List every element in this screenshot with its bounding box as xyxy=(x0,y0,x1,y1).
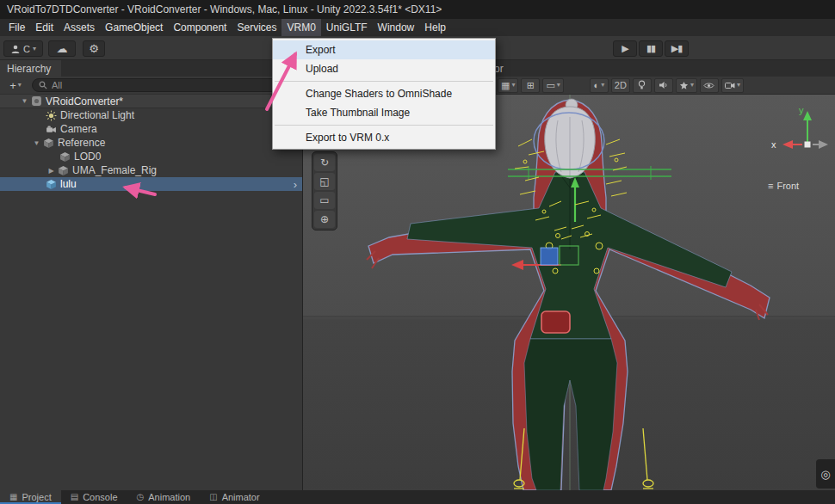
view-orientation-label[interactable]: ≡ Front xyxy=(768,181,835,191)
menu-help[interactable]: Help xyxy=(419,19,451,36)
tree-row-lod0[interactable]: LOD0 xyxy=(0,150,302,163)
hierarchy-tree: ▼ VRoidConverter* Directional Light xyxy=(0,95,302,191)
tab-console[interactable]: ▤ Console xyxy=(61,490,127,504)
chevron-down-icon: ▾ xyxy=(737,82,740,89)
hierarchy-tabbar: Hierarchy xyxy=(0,60,302,77)
scene-camera-button[interactable]: ▾ xyxy=(721,78,744,93)
scene-viewport-render[interactable] xyxy=(303,95,835,490)
hierarchy-toolbar: + ▾ xyxy=(0,77,302,95)
menu-item-export[interactable]: Export xyxy=(273,40,495,59)
tree-label: LOD0 xyxy=(74,151,101,163)
gameobject-cube-icon xyxy=(43,138,54,149)
scene-asset-icon xyxy=(31,95,42,107)
tab-animation[interactable]: ◷ Animation xyxy=(127,490,201,504)
tree-label: Reference xyxy=(58,137,105,149)
scale-tool-button[interactable]: ◱ xyxy=(314,173,335,190)
rect-tool-button[interactable]: ▭ xyxy=(314,192,335,209)
shaded-sphere-icon: ◐ xyxy=(594,80,600,90)
menu-vrm0[interactable]: VRM0 xyxy=(281,19,320,36)
menu-file[interactable]: File xyxy=(3,19,30,36)
y-axis-arrow[interactable] xyxy=(803,111,812,120)
lod-cube-icon xyxy=(59,151,71,163)
orientation-gizmo[interactable]: y x xyxy=(768,100,835,160)
2d-toggle-button[interactable]: 2D xyxy=(611,78,630,93)
tree-row-camera[interactable]: Camera xyxy=(0,122,302,136)
expanded-triangle-icon[interactable]: ▼ xyxy=(19,97,30,105)
effects-toggle-button[interactable]: ▾ xyxy=(676,78,697,93)
grid-visibility-button[interactable]: ▦ ▾ xyxy=(498,78,518,93)
lighting-toggle-button[interactable] xyxy=(633,78,652,93)
audio-toggle-button[interactable] xyxy=(654,78,673,93)
rotate-icon: ↻ xyxy=(320,157,329,169)
menu-edit[interactable]: Edit xyxy=(30,19,59,36)
transform-icon: ⊕ xyxy=(320,213,329,225)
menu-component[interactable]: Component xyxy=(168,19,232,36)
tree-row-uma-female-rig[interactable]: ▶ UMA_Female_Rig xyxy=(0,163,302,177)
create-object-button[interactable]: + ▾ xyxy=(3,78,28,93)
tree-label: Camera xyxy=(60,123,97,135)
scene-visibility-button[interactable] xyxy=(700,78,719,93)
vrm0-dropdown-menu: Export Upload Change Shaders to OmniShad… xyxy=(272,38,496,150)
chevron-down-icon: ▾ xyxy=(511,82,515,89)
window-title: VRoidTo7DTDConverter - VRoidConverter - … xyxy=(7,3,442,15)
chevron-down-icon: ▾ xyxy=(33,46,36,52)
cloud-button[interactable]: ☁ xyxy=(48,40,76,57)
play-button[interactable]: ▶ xyxy=(613,40,637,57)
blue-box-gizmo xyxy=(541,248,558,265)
prefab-open-chevron-icon[interactable]: › xyxy=(294,178,302,191)
tree-row-reference[interactable]: ▼ Reference xyxy=(0,136,302,150)
search-input[interactable] xyxy=(52,80,289,90)
draw-mode-button[interactable]: ◐ ▾ xyxy=(590,78,609,93)
gameobject-cube-icon xyxy=(58,165,69,176)
window-titlebar: VRoidTo7DTDConverter - VRoidConverter - … xyxy=(0,0,835,19)
main-menubar: File Edit Assets GameObject Component Se… xyxy=(0,19,835,36)
menu-item-change-shaders[interactable]: Change Shaders to OmniShade xyxy=(273,84,495,103)
collapsed-triangle-icon[interactable]: ▶ xyxy=(46,167,57,175)
menu-unigltf[interactable]: UniGLTF xyxy=(321,19,373,36)
person-icon xyxy=(10,44,21,54)
overflow-icon: ◎ xyxy=(820,468,830,481)
tab-hierarchy[interactable]: Hierarchy xyxy=(0,60,61,77)
tree-row-directional-light[interactable]: Directional Light xyxy=(0,108,302,122)
transform-tool-button[interactable]: ⊕ xyxy=(314,211,335,228)
account-button[interactable]: C ▾ xyxy=(3,40,43,57)
tab-animator[interactable]: ◫ Animator xyxy=(200,490,269,504)
scene-overflow-button[interactable]: ◎ xyxy=(816,459,835,489)
menu-window[interactable]: Window xyxy=(373,19,420,36)
hierarchy-search[interactable] xyxy=(32,78,296,92)
snap-button[interactable]: ⊞ xyxy=(521,78,540,93)
effects-star-icon xyxy=(679,81,689,90)
tree-label: Directional Light xyxy=(60,109,134,121)
scene-tool-column: ↻ ◱ ▭ ⊕ xyxy=(312,151,337,230)
animator-icon: ◫ xyxy=(209,493,217,501)
tab-project[interactable]: ▦ Project xyxy=(0,490,61,504)
menu-item-upload[interactable]: Upload xyxy=(273,59,495,78)
tree-row-lulu[interactable]: lulu › xyxy=(0,177,302,191)
menu-services[interactable]: Services xyxy=(232,19,281,36)
step-button[interactable]: ▶▮ xyxy=(665,40,689,57)
neg-x-axis-arrow[interactable] xyxy=(819,140,828,149)
menu-assets[interactable]: Assets xyxy=(59,19,100,36)
y-axis-label: y xyxy=(799,105,804,115)
rotate-tool-button[interactable]: ↻ xyxy=(314,154,335,171)
bars-icon: ≡ xyxy=(768,181,773,191)
pause-button[interactable]: ▮▮ xyxy=(639,40,663,57)
gizmo-center-cube[interactable] xyxy=(805,142,811,148)
x-axis-label: x xyxy=(771,139,776,150)
tab-label: Project xyxy=(22,492,51,502)
chevron-down-icon: ▾ xyxy=(690,82,694,89)
menu-item-export-vrm0x[interactable]: Export to VRM 0.x xyxy=(273,128,495,147)
expanded-triangle-icon[interactable]: ▼ xyxy=(31,139,42,147)
x-axis-arrow[interactable] xyxy=(782,140,793,149)
measure-button[interactable]: ▭ ▾ xyxy=(542,78,563,93)
chevron-down-icon: ▾ xyxy=(601,82,604,89)
menu-gameobject[interactable]: GameObject xyxy=(100,19,168,36)
eye-icon xyxy=(703,82,714,89)
menu-item-take-thumbnail[interactable]: Take Thumbnail Image xyxy=(273,103,495,122)
light-icon xyxy=(46,110,57,121)
tree-label: lulu xyxy=(60,178,77,190)
tree-row-scene[interactable]: ▼ VRoidConverter* xyxy=(0,95,302,108)
bottom-tabbar: ▦ Project ▤ Console ◷ Animation ◫ Animat… xyxy=(0,490,835,504)
settings-button[interactable]: ⚙ xyxy=(83,40,105,57)
grid-icon: ▦ xyxy=(501,80,510,91)
